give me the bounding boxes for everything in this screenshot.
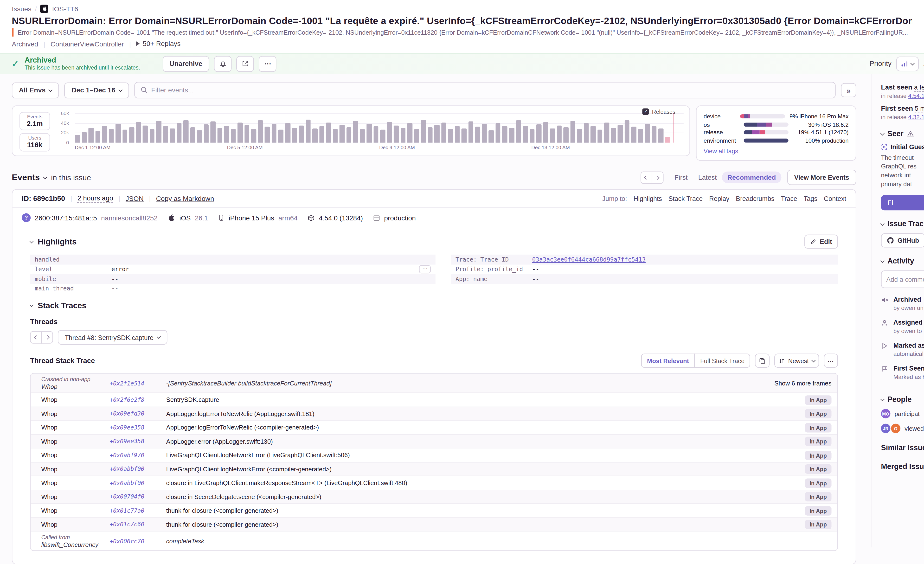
github-link-button[interactable]: GitHub — [881, 233, 924, 248]
comment-input[interactable] — [881, 270, 924, 288]
stack-frame-row[interactable]: Whop+0x0abf970LiveGraphQLClient.logNetwo… — [30, 448, 837, 462]
event-json-link[interactable]: JSON — [126, 195, 144, 202]
view-more-events-button[interactable]: View More Events — [787, 170, 856, 185]
previous-thread-button[interactable] — [30, 331, 42, 344]
frame-address[interactable]: +0x09ee358 — [110, 424, 166, 431]
frame-address[interactable]: +0x006cc70 — [110, 538, 166, 544]
avatar[interactable]: JR — [881, 424, 890, 433]
collapse-chevron-icon[interactable] — [29, 303, 33, 307]
replays-link[interactable]: 50+ Replays — [136, 40, 180, 48]
full-stack-trace-button[interactable]: Full Stack Trace — [694, 354, 750, 368]
event-time-link[interactable]: 2 hours ago — [78, 194, 113, 202]
stack-frame-row[interactable]: Whop+0x00704f0closure in SceneDelegate.s… — [30, 489, 837, 503]
avatar[interactable]: O — [891, 424, 900, 433]
row-more-button[interactable]: ⋯ — [419, 265, 431, 273]
merged-issues-header[interactable]: Merged Issues — [881, 462, 924, 471]
people-header[interactable]: People — [881, 395, 924, 404]
stack-frame-row[interactable]: Whop+0x2f6e2f8SentrySDK.captureIn App — [30, 393, 837, 406]
last-seen-value[interactable]: a few — [914, 84, 924, 92]
tag-row[interactable]: device9% iPhone 16 Pro Max — [704, 112, 849, 120]
more-actions-button[interactable]: ⋯ — [259, 56, 276, 72]
jump-link-tags[interactable]: Tags — [804, 195, 818, 202]
events-title-dropdown[interactable]: Events — [12, 173, 46, 182]
jump-link-trace[interactable]: Trace — [781, 195, 797, 202]
most-relevant-button[interactable]: Most Relevant — [641, 354, 695, 368]
event-device[interactable]: iPhone 15 Plus — [229, 214, 274, 221]
stack-frame-row[interactable]: Whop+0x0abbf00closure in LiveGraphQLClie… — [30, 476, 837, 489]
last-seen-release-link[interactable]: 4.54.1 ( — [908, 92, 924, 99]
edit-highlights-button[interactable]: Edit — [804, 235, 838, 249]
seer-find-button[interactable]: Fi — [881, 195, 924, 210]
activity-header[interactable]: Activity — [881, 257, 924, 265]
collapse-chevron-icon[interactable] — [29, 239, 33, 243]
jump-link-context[interactable]: Context — [824, 195, 846, 202]
frame-address[interactable]: +0x2f1e514 — [110, 380, 166, 386]
trace-id-link[interactable]: 03a3ac3ee0f6444ca668d99a7ffc5413 — [532, 256, 646, 263]
stack-frame-row[interactable]: Whop+0x09ee358AppLogger.logErrorToNewRel… — [30, 420, 837, 434]
previous-event-button[interactable] — [640, 171, 652, 183]
thread-selector-dropdown[interactable]: Thread #8: SentrySDK.capture — [58, 330, 168, 345]
environment-filter-dropdown[interactable]: All Envs — [12, 82, 59, 98]
unarchive-button[interactable]: Unarchive — [162, 56, 209, 72]
issue-tracking-header[interactable]: Issue Tracking — [881, 220, 924, 228]
tag-row[interactable]: environment100% production — [704, 136, 849, 144]
activity-item[interactable]: First SeenMarked as hi — [881, 365, 924, 380]
tag-row[interactable]: os30% iOS 18.6.2 — [704, 120, 849, 129]
activity-item[interactable]: Marked asautomatical — [881, 342, 924, 357]
frame-address[interactable]: +0x00704f0 — [110, 493, 166, 500]
stack-frame-row[interactable]: Whop+0x01c7c60thunk for closure (<compil… — [30, 517, 837, 531]
stack-frame-row[interactable]: Crashed in non-appWhop+0x2f1e514-[Sentry… — [30, 374, 837, 393]
frame-address[interactable]: +0x0abf970 — [110, 452, 166, 458]
frame-address[interactable]: +0x01c77a0 — [110, 507, 166, 514]
frame-address[interactable]: +0x2f6e2f8 — [110, 396, 166, 403]
initial-guess-title[interactable]: Initial Gues — [881, 143, 924, 150]
subscribe-bell-button[interactable] — [214, 56, 232, 72]
similar-issues-header[interactable]: Similar Issues — [881, 444, 924, 452]
stack-frame-row[interactable]: Whop+0x0abbf00LiveGraphQLClient.logNetwo… — [30, 462, 837, 476]
copy-as-markdown-link[interactable]: Copy as Markdown — [156, 195, 214, 202]
priority-dropdown[interactable] — [896, 56, 919, 71]
frame-address[interactable]: +0x09ee358 — [110, 438, 166, 444]
first-seen-release-link[interactable]: 4.32.1 ( — [908, 114, 924, 120]
frame-address[interactable]: +0x0abbf00 — [110, 480, 166, 486]
activity-item[interactable]: Assignedby owen to r — [881, 319, 924, 334]
stack-frame-row[interactable]: Whop+0x01c77a0thunk for closure (<compil… — [30, 503, 837, 517]
frame-address[interactable]: +0x01c7c60 — [110, 521, 166, 528]
show-more-frames-link[interactable]: Show 6 more frames — [774, 380, 831, 386]
tab-first-event[interactable]: First — [669, 171, 693, 183]
stack-frame-row[interactable]: Called fromlibswift_Concurrency+0x006cc7… — [30, 531, 837, 550]
jump-link-highlights[interactable]: Highlights — [634, 195, 662, 202]
share-button[interactable] — [237, 56, 254, 72]
jump-link-replay[interactable]: Replay — [709, 195, 729, 202]
date-range-dropdown[interactable]: Dec 1–Dec 16 — [64, 82, 129, 98]
copy-stack-button[interactable] — [755, 354, 770, 368]
users-stat[interactable]: Users 116k — [20, 133, 50, 152]
frame-address[interactable]: +0x0abbf00 — [110, 466, 166, 472]
tag-row[interactable]: release19% 4.51.1 (12470) — [704, 129, 849, 136]
stack-frame-row[interactable]: Whop+0x09ee358AppLogger.error (AppLogger… — [30, 434, 837, 448]
activity-item[interactable]: Archivedby owen unt — [881, 296, 924, 311]
stack-frame-row[interactable]: Whop+0x09efd30AppLogger.logErrorToNewRel… — [30, 406, 837, 420]
seer-section-header[interactable]: Seer — [881, 130, 924, 138]
avatar[interactable]: MO — [881, 409, 890, 418]
next-event-button[interactable] — [651, 171, 663, 183]
jump-link-breadcrumbs[interactable]: Breadcrumbs — [736, 195, 774, 202]
event-user-ip[interactable]: 2600:387:15:481a::5 — [34, 214, 97, 221]
view-all-tags-link[interactable]: View all tags — [704, 147, 738, 154]
sort-order-dropdown[interactable]: Newest — [775, 354, 819, 368]
frame-address[interactable]: +0x09efd30 — [110, 410, 166, 417]
events-stat[interactable]: Events 2.1m — [20, 112, 50, 130]
event-os[interactable]: iOS — [180, 214, 191, 221]
jump-link-stack-trace[interactable]: Stack Trace — [669, 195, 703, 202]
next-thread-button[interactable] — [41, 331, 53, 344]
stack-more-options-button[interactable]: ⋯ — [824, 354, 838, 368]
breadcrumb-issues-link[interactable]: Issues — [12, 5, 31, 12]
tab-latest-event[interactable]: Latest — [693, 171, 722, 183]
event-environment[interactable]: production — [384, 214, 416, 221]
tab-recommended-event[interactable]: Recommended — [722, 171, 781, 183]
search-input[interactable] — [134, 82, 836, 98]
collapse-sidebar-button[interactable]: » — [841, 83, 856, 97]
breadcrumb-project[interactable]: IOS-TT6 — [52, 5, 78, 12]
event-app-version[interactable]: 4.54.0 (13284) — [319, 214, 363, 221]
first-seen-value[interactable]: 5 m — [915, 105, 924, 113]
